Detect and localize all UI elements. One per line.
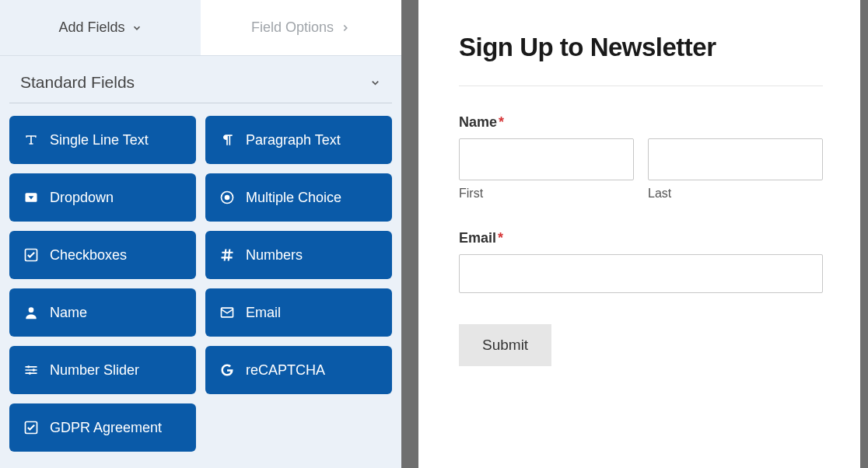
dropdown-icon [23,190,39,205]
last-name-input[interactable] [648,138,823,180]
field-multiple-choice-button[interactable]: Multiple Choice [205,173,392,222]
field-label: Email [246,305,281,321]
chevron-down-icon [131,23,142,33]
hash-icon [219,247,235,263]
field-dropdown-button[interactable]: Dropdown [9,173,196,222]
field-checkboxes-button[interactable]: Checkboxes [9,231,196,279]
svg-point-6 [27,365,30,368]
svg-point-4 [29,307,34,313]
field-email-button[interactable]: Email [205,288,392,337]
field-label: Single Line Text [50,132,149,148]
field-label: Dropdown [50,190,114,206]
field-label: reCAPTCHA [246,362,325,379]
user-icon [23,305,39,320]
field-name-button[interactable]: Name [9,288,196,337]
tab-label: Add Fields [58,19,124,36]
field-single-line-text-button[interactable]: Single Line Text [9,116,196,164]
panel-tabs: Add Fields Field Options [0,0,401,56]
sliders-icon [23,362,39,378]
divider [459,86,823,86]
check-icon [23,247,39,263]
svg-point-7 [33,368,35,371]
tab-add-fields[interactable]: Add Fields [0,0,201,55]
radio-icon [219,190,235,205]
email-field-label: Email * [459,230,823,246]
fields-grid: Single Line TextParagraph TextDropdownMu… [0,103,401,464]
field-label: Numbers [246,247,303,264]
last-name-sublabel: Last [648,187,823,201]
field-recaptcha-button[interactable]: reCAPTCHA [205,346,392,394]
name-field-label: Name * [459,114,823,131]
fields-panel: Add Fields Field Options Standard Fields… [0,0,401,468]
field-gdpr-agreement-button[interactable]: GDPR Agreement [9,403,196,452]
section-title: Standard Fields [20,73,135,92]
svg-point-8 [29,372,31,375]
field-label: Checkboxes [50,247,127,264]
form-title: Sign Up to Newsletter [459,33,823,62]
mail-icon [219,305,235,320]
field-label: Paragraph Text [246,132,341,148]
field-numbers-button[interactable]: Numbers [205,231,392,279]
chevron-right-icon [340,23,351,33]
tab-label: Field Options [251,19,334,36]
tab-field-options[interactable]: Field Options [201,0,401,55]
field-paragraph-text-button[interactable]: Paragraph Text [205,116,392,164]
field-label: Number Slider [50,362,139,379]
paragraph-icon [219,132,235,148]
field-number-slider-button[interactable]: Number Slider [9,346,196,394]
first-name-input[interactable] [459,138,634,180]
form-preview: Sign Up to Newsletter Name * First Last … [418,0,860,468]
svg-point-2 [225,195,230,201]
section-standard-fields-header[interactable]: Standard Fields [9,56,392,103]
name-row: First Last [459,138,823,201]
first-name-sublabel: First [459,187,634,201]
field-label: GDPR Agreement [50,420,162,436]
google-icon [219,362,235,378]
preview-pane: Sign Up to Newsletter Name * First Last … [401,0,868,468]
check-icon [23,420,39,435]
field-label: Name [50,305,87,321]
required-marker: * [498,230,503,246]
required-marker: * [499,114,504,131]
chevron-down-icon [369,77,381,89]
email-input[interactable] [459,254,823,293]
submit-button[interactable]: Submit [459,324,551,366]
text-icon [23,132,39,148]
field-label: Multiple Choice [246,190,341,206]
